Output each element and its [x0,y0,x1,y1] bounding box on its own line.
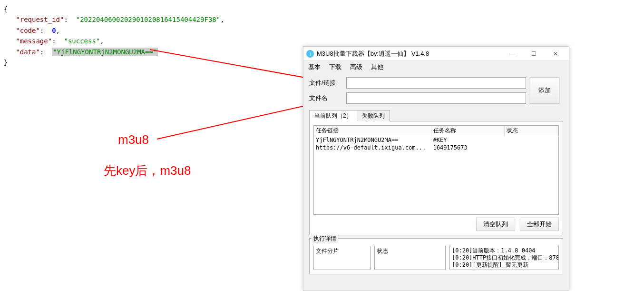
start-all-button[interactable]: 全部开始 [520,218,559,231]
titlebar[interactable]: ↓ M3U8批量下载器【by:逍遥一仙】 V1.4.8 — ☐ ✕ [303,47,569,61]
queue-table[interactable]: 任务链接 任务名称 状态 YjFlNGYONTRjN2MONGU2MA== #K… [314,126,558,151]
file-link-input[interactable] [346,77,526,89]
table-row[interactable]: https://v6-default.ixigua.com... 1649175… [314,144,558,151]
queue-panel: 任务链接 任务名称 状态 YjFlNGYONTRjN2MONGU2MA== #K… [309,121,563,235]
minimize-button[interactable]: — [502,47,523,61]
execution-details-panel: 执行详情 文件分片 状态 [0:20]当前版本：1.4.8 0404 [0:20… [309,238,563,274]
menu-other[interactable]: 其他 [371,63,383,71]
tab-current-queue[interactable]: 当前队列（2） [309,110,357,121]
menu-basic[interactable]: 基本 [308,63,321,71]
close-button[interactable]: ✕ [545,47,566,61]
maximize-button[interactable]: ☐ [523,47,545,61]
file-name-input[interactable] [346,92,526,104]
m3u8-downloader-window: ↓ M3U8批量下载器【by:逍遥一仙】 V1.4.8 — ☐ ✕ 基本 下载 … [303,46,569,291]
details-col-status: 状态 [374,246,446,270]
col-task-name[interactable]: 任务名称 [431,126,504,136]
menu-advanced[interactable]: 高级 [350,63,362,71]
annotation-m3u8: m3u8 [118,132,149,147]
table-row[interactable]: YjFlNGYONTRjN2MONGU2MA== #KEY [314,136,558,144]
queue-tabs: 当前队列（2） 失败队列 [309,110,563,121]
label-file-name: 文件名 [309,94,342,102]
highlighted-data-value[interactable]: "YjFlNGYONTRjN2MONGU2MA==" [52,48,158,56]
input-form: 文件/链接 添加 文件名 [303,73,569,108]
details-col-file-shard: 文件分片 [313,246,371,270]
col-task-link[interactable]: 任务链接 [314,126,431,136]
tab-failed-queue[interactable]: 失败队列 [357,110,390,121]
add-button[interactable]: 添加 [530,77,559,104]
menu-download[interactable]: 下载 [329,63,342,71]
details-title: 执行详情 [312,235,338,243]
log-output[interactable]: [0:20]当前版本：1.4.8 0404 [0:20]HTTP接口初始化完成，… [449,246,559,270]
app-icon: ↓ [306,50,314,58]
menubar: 基本 下载 高级 其他 [303,61,569,73]
label-file-link: 文件/链接 [309,79,342,87]
json-code-block: { "request_id": "20220406002029010208164… [4,4,224,68]
col-status[interactable]: 状态 [505,126,558,136]
window-title: M3U8批量下载器【by:逍遥一仙】 V1.4.8 [317,50,502,58]
clear-queue-button[interactable]: 清空队列 [476,218,515,231]
annotation-key-first: 先key后，m3u8 [104,162,191,179]
